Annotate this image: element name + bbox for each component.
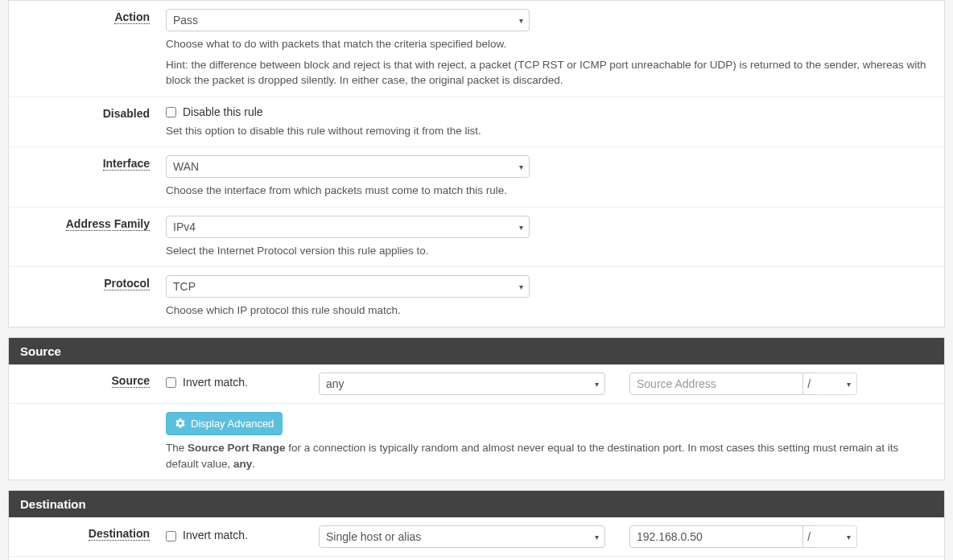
slash-separator: / — [803, 525, 815, 548]
general-panel: Action Pass Choose what to do with packe… — [8, 0, 945, 327]
display-advanced-label: Display Advanced — [191, 418, 274, 430]
source-invert-label: Invert match. — [183, 376, 248, 389]
disabled-checkbox-label: Disable this rule — [183, 105, 263, 118]
row-source: Source Invert match. any / — [9, 364, 944, 404]
row-source-advanced: Display Advanced The Source Port Range f… — [9, 404, 944, 480]
source-mask-select[interactable] — [815, 373, 857, 395]
slash-separator: / — [803, 373, 815, 395]
source-type-select[interactable]: any — [319, 373, 605, 395]
action-help2: Hint: the difference between block and r… — [166, 57, 932, 89]
destination-panel: Destination Destination Invert match. Si… — [8, 490, 945, 560]
row-protocol: Protocol TCP Choose which IP protocol th… — [9, 267, 944, 327]
label-source: Source — [9, 373, 166, 395]
disabled-help: Set this option to disable this rule wit… — [166, 123, 932, 139]
disabled-checkbox[interactable] — [166, 107, 176, 117]
label-interface: Interface — [9, 155, 166, 199]
destination-mask-select[interactable] — [815, 525, 857, 548]
protocol-help: Choose which IP protocol this rule shoul… — [166, 303, 932, 319]
row-destination: Destination Invert match. Single host or… — [9, 517, 944, 557]
row-destination-port-range: Destination Port Range HTTP (80) From Cu… — [9, 557, 944, 560]
source-advanced-help: The Source Port Range for a connection i… — [166, 440, 932, 471]
label-disabled: Disabled — [9, 105, 166, 139]
interface-select[interactable]: WAN — [166, 155, 530, 178]
gear-icon — [175, 418, 186, 429]
display-advanced-button[interactable]: Display Advanced — [166, 412, 283, 435]
label-action: Action — [9, 9, 166, 89]
row-address-family: Address Family IPv4 Select the Internet … — [9, 208, 944, 268]
interface-help: Choose the interface from which packets … — [166, 183, 932, 199]
destination-invert-checkbox[interactable] — [166, 531, 176, 541]
protocol-select[interactable]: TCP — [166, 275, 530, 298]
action-select[interactable]: Pass — [166, 9, 530, 31]
row-action: Action Pass Choose what to do with packe… — [9, 1, 944, 97]
source-invert-checkbox[interactable] — [166, 377, 176, 388]
row-interface: Interface WAN Choose the interface from … — [9, 147, 944, 208]
source-panel: Source Source Invert match. any / — [8, 337, 945, 480]
source-address-input[interactable] — [629, 373, 803, 395]
address-family-select[interactable]: IPv4 — [166, 216, 530, 238]
destination-header: Destination — [9, 491, 944, 517]
action-help1: Choose what to do with packets that matc… — [166, 36, 932, 52]
row-disabled: Disabled Disable this rule Set this opti… — [9, 97, 944, 148]
address-family-help: Select the Internet Protocol version thi… — [166, 243, 932, 259]
source-header: Source — [9, 338, 944, 364]
label-address-family: Address Family — [9, 216, 166, 259]
destination-address-input[interactable] — [629, 525, 803, 548]
destination-invert-label: Invert match. — [183, 529, 248, 541]
destination-type-select[interactable]: Single host or alias — [319, 525, 605, 548]
label-destination: Destination — [9, 525, 166, 548]
label-protocol: Protocol — [9, 275, 166, 319]
